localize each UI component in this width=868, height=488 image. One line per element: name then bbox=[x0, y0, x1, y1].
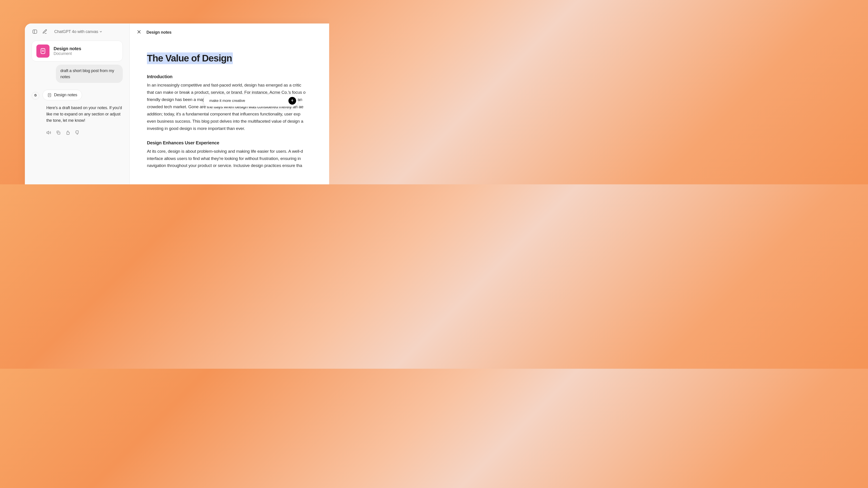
svg-rect-0 bbox=[33, 30, 37, 33]
sidebar-toggle-icon[interactable] bbox=[32, 29, 38, 35]
new-chat-icon[interactable] bbox=[41, 29, 48, 35]
thumbs-up-icon[interactable] bbox=[65, 130, 71, 135]
app-window: ChatGPT 4o with canvas Design notes Docu… bbox=[25, 24, 329, 184]
section-title-ux[interactable]: Design Enhances User Experience bbox=[147, 140, 329, 145]
inline-prompt-pill[interactable]: make it more creative bbox=[204, 95, 298, 107]
attachment-subtitle: Document bbox=[54, 51, 81, 56]
thumbs-down-icon[interactable] bbox=[75, 130, 80, 135]
user-message: draft a short blog post from my notes bbox=[56, 65, 123, 83]
assistant-avatar bbox=[32, 92, 39, 100]
document-icon bbox=[47, 93, 52, 97]
chevron-down-icon bbox=[99, 30, 103, 33]
assistant-row: Design notes bbox=[32, 90, 123, 100]
canvas-title: Design notes bbox=[147, 30, 172, 35]
chat-body: Design notes Document draft a short blog… bbox=[25, 39, 129, 135]
copy-icon[interactable] bbox=[56, 130, 61, 135]
attachment-card[interactable]: Design notes Document bbox=[32, 41, 123, 61]
inline-prompt-text[interactable]: make it more creative bbox=[209, 98, 245, 103]
reference-label: Design notes bbox=[54, 93, 77, 97]
close-icon[interactable] bbox=[136, 29, 142, 35]
chat-panel: ChatGPT 4o with canvas Design notes Docu… bbox=[25, 24, 130, 184]
document-icon bbox=[36, 44, 50, 58]
document-heading[interactable]: The Value of Design bbox=[147, 53, 233, 64]
model-selector[interactable]: ChatGPT 4o with canvas bbox=[54, 29, 103, 34]
arrow-up-icon bbox=[290, 99, 294, 103]
canvas-header: Design notes bbox=[130, 24, 329, 39]
attachment-title: Design notes bbox=[54, 46, 81, 51]
section-body-ux[interactable]: At its core, design is about problem-sol… bbox=[147, 148, 329, 169]
read-aloud-icon[interactable] bbox=[46, 130, 52, 135]
openai-logo-icon bbox=[33, 94, 38, 98]
section-title-introduction[interactable]: Introduction bbox=[147, 74, 329, 79]
send-button[interactable] bbox=[288, 97, 296, 105]
model-name: ChatGPT 4o with canvas bbox=[54, 29, 98, 34]
svg-rect-8 bbox=[58, 132, 60, 134]
chat-top-bar: ChatGPT 4o with canvas bbox=[25, 24, 129, 39]
assistant-message: Here's a draft based on your notes. If y… bbox=[32, 105, 123, 124]
message-actions bbox=[32, 130, 123, 135]
section-body-introduction[interactable]: In an increasingly competitive and fast-… bbox=[147, 82, 329, 132]
document-reference-chip[interactable]: Design notes bbox=[42, 90, 82, 100]
